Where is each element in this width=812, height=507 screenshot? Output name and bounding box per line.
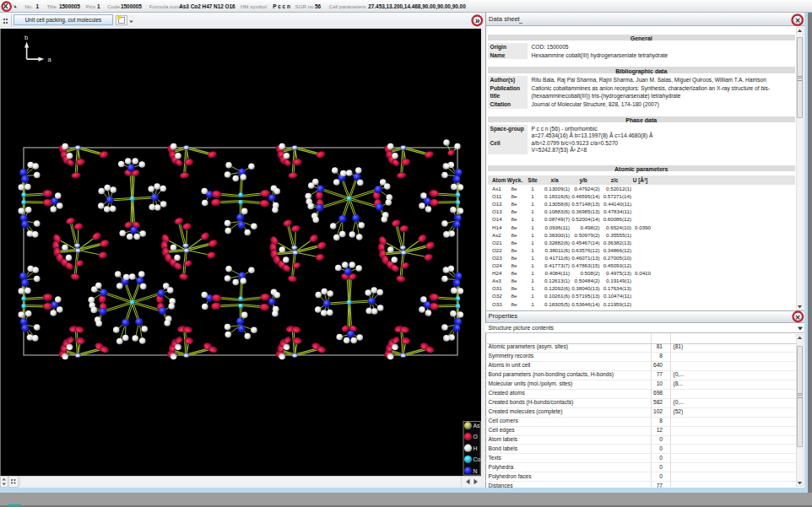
svg-text:As: As [474,423,481,429]
svg-text:b: b [24,33,28,40]
svg-text:N: N [474,467,478,473]
svg-text:O: O [474,434,478,440]
svg-text:a: a [48,56,52,63]
svg-text:Co: Co [474,456,481,462]
svg-text:H: H [474,445,478,450]
